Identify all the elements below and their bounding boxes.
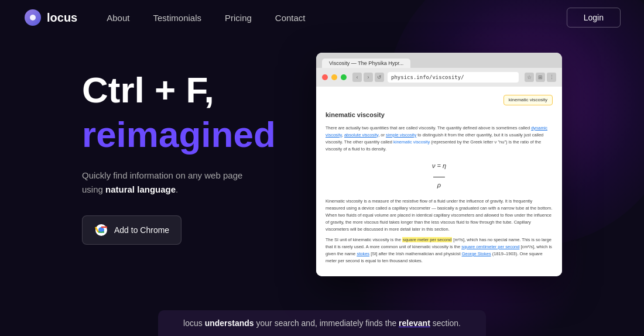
- browser-tab[interactable]: Viscosity — The Physika Hypr...: [322, 59, 410, 68]
- content-heading: kinematic viscosity: [326, 110, 553, 120]
- browser-url-bar[interactable]: physics.info/viscosity/: [388, 72, 519, 83]
- hero-text: Ctrl + F, reimagined Quickly find inform…: [82, 53, 304, 245]
- bottom-banner: locus understands your search and, immed…: [158, 310, 486, 336]
- reload-button[interactable]: ↺: [375, 73, 384, 82]
- browser-window: Viscosity — The Physika Hypr... ‹ › ↺ ph…: [316, 53, 562, 276]
- navbar: locus About Testimonials Pricing Contact…: [0, 0, 644, 35]
- forward-button[interactable]: ›: [364, 73, 373, 82]
- minimize-dot: [331, 74, 337, 80]
- hero-title-line1: Ctrl + F,: [82, 70, 304, 110]
- add-to-chrome-button[interactable]: Add to Chrome: [82, 215, 181, 245]
- browser-tab-bar: Viscosity — The Physika Hypr...: [316, 53, 562, 68]
- svg-point-4: [100, 228, 103, 232]
- close-dot: [322, 74, 328, 80]
- extension-button[interactable]: ⊞: [536, 73, 545, 82]
- logo-icon: [23, 8, 42, 27]
- nav-link-testimonials[interactable]: Testimonials: [153, 13, 201, 23]
- formula: ν = ηρ: [326, 156, 553, 195]
- content-para3: The SI unit of kinematic viscosity is th…: [326, 236, 553, 265]
- browser-mockup: Viscosity — The Physika Hypr... ‹ › ↺ ph…: [316, 53, 597, 276]
- search-highlight: kinematic viscosity: [503, 95, 553, 105]
- menu-button[interactable]: ⋮: [547, 73, 556, 82]
- browser-content: kinematic viscosity kinematic viscosity …: [316, 87, 562, 276]
- nav-links: About Testimonials Pricing Contact: [107, 13, 566, 23]
- content-para2: Kinematic viscosity is a measure of the …: [326, 198, 553, 233]
- bookmark-button[interactable]: ☆: [525, 73, 534, 82]
- login-button[interactable]: Login: [567, 8, 621, 28]
- hero-title-line2: reimagined: [82, 115, 304, 155]
- hero-section: Ctrl + F, reimagined Quickly find inform…: [0, 35, 644, 276]
- browser-bar: ‹ › ↺ physics.info/viscosity/ ☆ ⊞ ⋮: [316, 68, 562, 87]
- nav-link-contact[interactable]: Contact: [275, 13, 306, 23]
- logo[interactable]: locus: [23, 8, 77, 27]
- nav-link-about[interactable]: About: [107, 13, 129, 23]
- content-para1: There are actually two quantities that a…: [326, 125, 553, 153]
- hero-subtitle: Quickly find information on any web page…: [82, 169, 246, 197]
- maximize-dot: [341, 74, 347, 80]
- svg-point-1: [30, 15, 36, 20]
- chrome-icon: [94, 223, 108, 237]
- back-button[interactable]: ‹: [352, 73, 362, 82]
- logo-text: locus: [47, 11, 77, 25]
- nav-link-pricing[interactable]: Pricing: [225, 13, 252, 23]
